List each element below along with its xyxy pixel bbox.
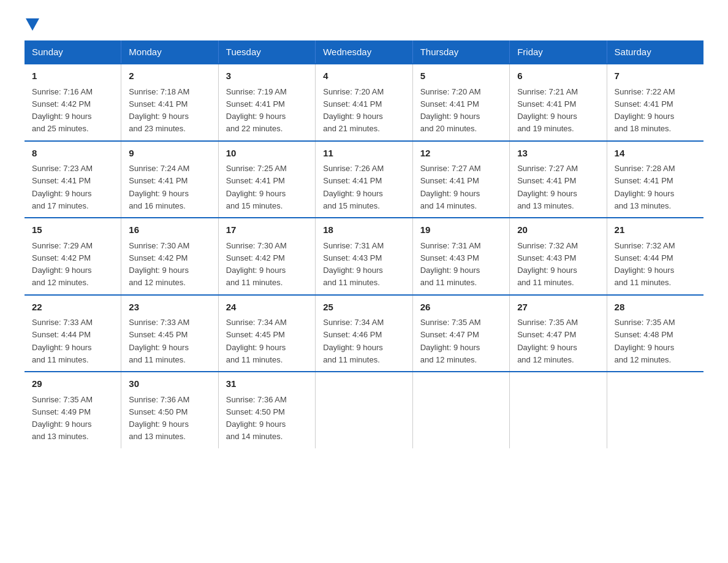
- calendar-cell: 16Sunrise: 7:30 AMSunset: 4:42 PMDayligh…: [121, 218, 218, 295]
- calendar-cell: 31Sunrise: 7:36 AMSunset: 4:50 PMDayligh…: [218, 372, 315, 448]
- calendar-week-row: 22Sunrise: 7:33 AMSunset: 4:44 PMDayligh…: [25, 295, 703, 372]
- logo-triangle-icon: [26, 18, 39, 31]
- calendar-cell: 2Sunrise: 7:18 AMSunset: 4:41 PMDaylight…: [121, 64, 218, 141]
- day-number: 13: [517, 147, 599, 161]
- calendar-cell: 12Sunrise: 7:27 AMSunset: 4:41 PMDayligh…: [412, 141, 509, 218]
- day-info: Sunrise: 7:22 AMSunset: 4:41 PMDaylight:…: [615, 87, 675, 134]
- calendar-cell: 5Sunrise: 7:20 AMSunset: 4:41 PMDaylight…: [412, 64, 509, 141]
- day-number: 9: [129, 147, 210, 161]
- day-info: Sunrise: 7:28 AMSunset: 4:41 PMDaylight:…: [615, 164, 675, 210]
- day-info: Sunrise: 7:30 AMSunset: 4:42 PMDaylight:…: [129, 241, 189, 288]
- weekday-header-wednesday: Wednesday: [316, 40, 412, 64]
- day-info: Sunrise: 7:31 AMSunset: 4:43 PMDaylight:…: [420, 241, 481, 288]
- weekday-header-sunday: Sunday: [25, 40, 121, 64]
- calendar-cell: 4Sunrise: 7:20 AMSunset: 4:41 PMDaylight…: [316, 64, 412, 141]
- day-number: 21: [615, 223, 696, 237]
- calendar-cell: 24Sunrise: 7:34 AMSunset: 4:45 PMDayligh…: [218, 295, 315, 372]
- logo: [25, 18, 47, 28]
- calendar-week-row: 1Sunrise: 7:16 AMSunset: 4:42 PMDaylight…: [25, 64, 703, 141]
- calendar-cell: 23Sunrise: 7:33 AMSunset: 4:45 PMDayligh…: [121, 295, 218, 372]
- day-number: 20: [517, 223, 599, 237]
- calendar-week-row: 8Sunrise: 7:23 AMSunset: 4:41 PMDaylight…: [25, 141, 703, 218]
- day-number: 15: [32, 223, 113, 237]
- day-info: Sunrise: 7:31 AMSunset: 4:43 PMDaylight:…: [323, 241, 384, 288]
- day-number: 18: [323, 223, 404, 237]
- day-number: 3: [226, 69, 308, 83]
- day-info: Sunrise: 7:33 AMSunset: 4:45 PMDaylight:…: [129, 318, 189, 364]
- day-number: 16: [129, 223, 210, 237]
- calendar-cell: 18Sunrise: 7:31 AMSunset: 4:43 PMDayligh…: [316, 218, 412, 295]
- calendar-cell: 6Sunrise: 7:21 AMSunset: 4:41 PMDaylight…: [510, 64, 607, 141]
- day-number: 24: [226, 301, 308, 315]
- weekday-header-friday: Friday: [510, 40, 607, 64]
- day-info: Sunrise: 7:16 AMSunset: 4:42 PMDaylight:…: [32, 87, 93, 134]
- day-number: 19: [420, 223, 502, 237]
- day-number: 7: [615, 69, 696, 83]
- calendar-cell: 9Sunrise: 7:24 AMSunset: 4:41 PMDaylight…: [121, 141, 218, 218]
- day-number: 27: [517, 301, 599, 315]
- day-info: Sunrise: 7:35 AMSunset: 4:48 PMDaylight:…: [615, 318, 675, 364]
- day-number: 10: [226, 147, 308, 161]
- calendar-cell: 3Sunrise: 7:19 AMSunset: 4:41 PMDaylight…: [218, 64, 315, 141]
- day-info: Sunrise: 7:29 AMSunset: 4:42 PMDaylight:…: [32, 241, 93, 288]
- calendar-week-row: 29Sunrise: 7:35 AMSunset: 4:49 PMDayligh…: [25, 372, 703, 448]
- calendar-cell: 21Sunrise: 7:32 AMSunset: 4:44 PMDayligh…: [607, 218, 703, 295]
- day-number: 25: [323, 301, 404, 315]
- day-number: 1: [32, 69, 113, 83]
- calendar-cell: 8Sunrise: 7:23 AMSunset: 4:41 PMDaylight…: [25, 141, 121, 218]
- calendar-cell: 20Sunrise: 7:32 AMSunset: 4:43 PMDayligh…: [510, 218, 607, 295]
- calendar-cell: 25Sunrise: 7:34 AMSunset: 4:46 PMDayligh…: [316, 295, 412, 372]
- page-header: [25, 18, 703, 28]
- calendar-cell: 14Sunrise: 7:28 AMSunset: 4:41 PMDayligh…: [607, 141, 703, 218]
- day-info: Sunrise: 7:27 AMSunset: 4:41 PMDaylight:…: [420, 164, 481, 210]
- calendar-cell: 17Sunrise: 7:30 AMSunset: 4:42 PMDayligh…: [218, 218, 315, 295]
- calendar-cell: 15Sunrise: 7:29 AMSunset: 4:42 PMDayligh…: [25, 218, 121, 295]
- calendar-cell: 27Sunrise: 7:35 AMSunset: 4:47 PMDayligh…: [510, 295, 607, 372]
- day-number: 4: [323, 69, 404, 83]
- weekday-header-row: SundayMondayTuesdayWednesdayThursdayFrid…: [25, 40, 703, 64]
- calendar-cell: 26Sunrise: 7:35 AMSunset: 4:47 PMDayligh…: [412, 295, 509, 372]
- day-info: Sunrise: 7:35 AMSunset: 4:49 PMDaylight:…: [32, 395, 93, 442]
- day-info: Sunrise: 7:35 AMSunset: 4:47 PMDaylight:…: [420, 318, 481, 364]
- svg-marker-0: [26, 18, 39, 31]
- day-info: Sunrise: 7:27 AMSunset: 4:41 PMDaylight:…: [517, 164, 578, 210]
- calendar-cell: 19Sunrise: 7:31 AMSunset: 4:43 PMDayligh…: [412, 218, 509, 295]
- day-info: Sunrise: 7:19 AMSunset: 4:41 PMDaylight:…: [226, 87, 287, 134]
- day-info: Sunrise: 7:18 AMSunset: 4:41 PMDaylight:…: [129, 87, 189, 134]
- day-info: Sunrise: 7:30 AMSunset: 4:42 PMDaylight:…: [226, 241, 287, 288]
- day-number: 28: [615, 301, 696, 315]
- calendar-cell: 28Sunrise: 7:35 AMSunset: 4:48 PMDayligh…: [607, 295, 703, 372]
- calendar-cell: 22Sunrise: 7:33 AMSunset: 4:44 PMDayligh…: [25, 295, 121, 372]
- calendar-cell: 1Sunrise: 7:16 AMSunset: 4:42 PMDaylight…: [25, 64, 121, 141]
- day-info: Sunrise: 7:25 AMSunset: 4:41 PMDaylight:…: [226, 164, 287, 210]
- day-info: Sunrise: 7:35 AMSunset: 4:47 PMDaylight:…: [517, 318, 578, 364]
- calendar-cell: 7Sunrise: 7:22 AMSunset: 4:41 PMDaylight…: [607, 64, 703, 141]
- day-number: 26: [420, 301, 502, 315]
- day-info: Sunrise: 7:36 AMSunset: 4:50 PMDaylight:…: [226, 395, 287, 442]
- day-number: 11: [323, 147, 404, 161]
- day-info: Sunrise: 7:26 AMSunset: 4:41 PMDaylight:…: [323, 164, 384, 210]
- day-info: Sunrise: 7:24 AMSunset: 4:41 PMDaylight:…: [129, 164, 189, 210]
- weekday-header-thursday: Thursday: [412, 40, 509, 64]
- weekday-header-saturday: Saturday: [607, 40, 703, 64]
- day-info: Sunrise: 7:36 AMSunset: 4:50 PMDaylight:…: [129, 395, 189, 442]
- calendar-table: SundayMondayTuesdayWednesdayThursdayFrid…: [25, 40, 703, 448]
- day-number: 17: [226, 223, 308, 237]
- calendar-cell: [316, 372, 412, 448]
- day-info: Sunrise: 7:23 AMSunset: 4:41 PMDaylight:…: [32, 164, 93, 210]
- day-info: Sunrise: 7:32 AMSunset: 4:43 PMDaylight:…: [517, 241, 578, 288]
- calendar-cell: [510, 372, 607, 448]
- calendar-week-row: 15Sunrise: 7:29 AMSunset: 4:42 PMDayligh…: [25, 218, 703, 295]
- calendar-cell: [412, 372, 509, 448]
- calendar-cell: 30Sunrise: 7:36 AMSunset: 4:50 PMDayligh…: [121, 372, 218, 448]
- day-info: Sunrise: 7:34 AMSunset: 4:46 PMDaylight:…: [323, 318, 384, 364]
- weekday-header-tuesday: Tuesday: [218, 40, 315, 64]
- day-info: Sunrise: 7:21 AMSunset: 4:41 PMDaylight:…: [517, 87, 578, 134]
- day-info: Sunrise: 7:20 AMSunset: 4:41 PMDaylight:…: [420, 87, 481, 134]
- day-number: 6: [517, 69, 599, 83]
- calendar-cell: [607, 372, 703, 448]
- day-number: 5: [420, 69, 502, 83]
- day-number: 22: [32, 301, 113, 315]
- calendar-cell: 11Sunrise: 7:26 AMSunset: 4:41 PMDayligh…: [316, 141, 412, 218]
- day-number: 2: [129, 69, 210, 83]
